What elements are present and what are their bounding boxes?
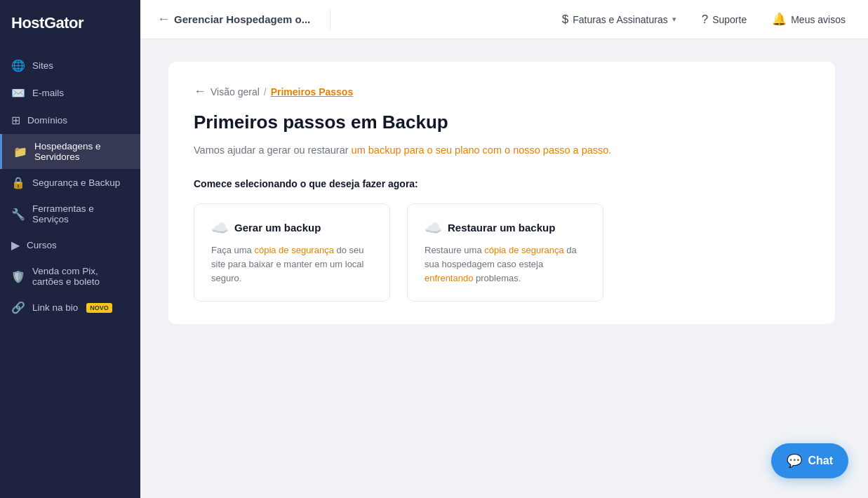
back-arrow-icon: ← (157, 12, 170, 27)
suporte-label: Suporte (712, 14, 747, 25)
sidebar-item-venda[interactable]: 🛡️ Venda com Pix, cartões e boleto (0, 259, 140, 294)
breadcrumb-back-icon[interactable]: ← (194, 84, 206, 99)
suporte-button[interactable]: ? Suporte (696, 8, 753, 31)
dollar-icon: $ (562, 13, 568, 27)
desc-highlight-restaurar: cópia de segurança (484, 245, 563, 255)
topnav-title: Gerenciar Hospedagem o... (174, 13, 310, 25)
chat-icon: 💬 (787, 453, 802, 469)
hosting-icon: 📁 (13, 145, 27, 159)
tools-icon: 🔧 (11, 208, 25, 221)
logo: HostGator (0, 0, 140, 46)
topnav-right: $ Faturas e Assinaturas ▾ ? Suporte 🔔 Me… (556, 8, 851, 31)
restaurar-backup-desc: Restaure uma cópia de segurança da sua h… (425, 243, 586, 285)
sidebar-nav: 🌐 Sites ✉️ E-mails ⊞ Domínios 📁 Hospedag… (0, 46, 140, 498)
avisos-label: Meus avisos (791, 14, 846, 25)
sidebar-item-label: Sites (32, 60, 53, 71)
gerar-backup-card[interactable]: ☁️ Gerar um backup Faça uma cópia de seg… (194, 203, 390, 302)
sidebar-item-ferramentas[interactable]: 🔧 Ferramentas e Serviços (0, 196, 140, 231)
sidebar-item-label: Cursos (27, 240, 57, 250)
chat-button[interactable]: 💬 Chat (771, 443, 848, 478)
chat-label: Chat (808, 455, 833, 467)
page-title: Primeiros passos em Backup (194, 112, 810, 133)
sidebar-item-label: Link na bio (32, 302, 78, 313)
breadcrumb: ← Visão geral / Primeiros Passos (194, 84, 810, 99)
sidebar-item-label: E-mails (32, 88, 64, 98)
section-label: Comece selecionando o que deseja fazer a… (194, 178, 810, 189)
restaurar-backup-card[interactable]: ☁️ Restaurar um backup Restaure uma cópi… (407, 203, 603, 302)
desc-highlight-enfrentando: enfrentando (425, 273, 473, 283)
sidebar-item-label: Domínios (27, 115, 67, 126)
domains-icon: ⊞ (11, 114, 20, 127)
restaurar-backup-header: ☁️ Restaurar um backup (425, 220, 586, 236)
desc-highlight-gerar: cópia de segurança (254, 245, 333, 255)
sidebar-item-seguranca[interactable]: 🔒 Segurança e Backup (0, 169, 140, 196)
courses-icon: ▶ (11, 238, 20, 252)
faturas-label: Faturas e Assinaturas (573, 14, 667, 25)
sidebar-item-emails[interactable]: ✉️ E-mails (0, 79, 140, 107)
sidebar-item-label: Hospedagens e Servidores (34, 141, 129, 162)
breadcrumb-current[interactable]: Primeiros Passos (271, 86, 354, 97)
sidebar-item-sites[interactable]: 🌐 Sites (0, 52, 140, 79)
shield-icon: 🛡️ (11, 270, 25, 283)
sidebar-item-label: Segurança e Backup (32, 177, 120, 188)
gerar-backup-desc: Faça uma cópia de segurança do seu site … (211, 243, 373, 285)
new-badge: NOVO (86, 303, 112, 313)
bell-icon: 🔔 (772, 12, 787, 27)
sidebar-item-cursos[interactable]: ▶ Cursos (0, 231, 140, 259)
sidebar-item-label: Ferramentas e Serviços (32, 203, 129, 224)
topnav-back-button[interactable]: ← Gerenciar Hospedagem o... (157, 12, 310, 27)
faturas-button[interactable]: $ Faturas e Assinaturas ▾ (556, 8, 682, 31)
email-icon: ✉️ (11, 86, 25, 100)
sidebar-item-dominios[interactable]: ⊞ Domínios (0, 107, 140, 134)
restaurar-backup-title: Restaurar um backup (448, 222, 555, 234)
sidebar-item-label: Venda com Pix, cartões e boleto (32, 266, 129, 287)
security-icon: 🔒 (11, 176, 25, 189)
main-area: ← Gerenciar Hospedagem o... $ Faturas e … (140, 0, 868, 498)
sidebar-item-link[interactable]: 🔗 Link na bio NOVO (0, 294, 140, 321)
desc-highlight: um backup para o seu plano com o nosso p… (352, 144, 612, 156)
link-icon: 🔗 (11, 301, 25, 314)
content-area: ← Visão geral / Primeiros Passos Primeir… (140, 39, 868, 498)
gerar-backup-header: ☁️ Gerar um backup (211, 220, 373, 236)
avisos-button[interactable]: 🔔 Meus avisos (766, 8, 851, 31)
sidebar: HostGator 🌐 Sites ✉️ E-mails ⊞ Domínios … (0, 0, 140, 498)
cloud-download-icon: ☁️ (425, 220, 442, 236)
help-icon: ? (702, 13, 708, 27)
cloud-upload-icon: ☁️ (211, 220, 229, 236)
content-card: ← Visão geral / Primeiros Passos Primeir… (168, 62, 835, 324)
page-description: Vamos ajudar a gerar ou restaurar um bac… (194, 143, 810, 159)
breadcrumb-separator: / (264, 86, 267, 97)
topnav-divider (330, 10, 330, 29)
chevron-down-icon: ▾ (672, 15, 676, 24)
sidebar-item-hospedagens[interactable]: 📁 Hospedagens e Servidores (0, 134, 140, 169)
gerar-backup-title: Gerar um backup (234, 222, 321, 234)
breadcrumb-link[interactable]: Visão geral (211, 86, 260, 97)
globe-icon: 🌐 (11, 59, 25, 72)
topnav: ← Gerenciar Hospedagem o... $ Faturas e … (140, 0, 868, 39)
options-row: ☁️ Gerar um backup Faça uma cópia de seg… (194, 203, 810, 302)
